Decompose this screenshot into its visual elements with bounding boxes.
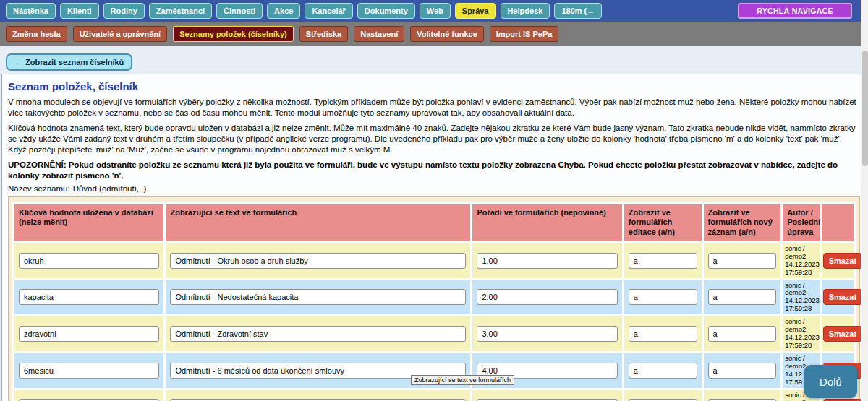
admin-sub-navigation: Změna hesla Uživatelé a oprávnění Seznam… xyxy=(0,22,868,46)
author-cell: sonic / demo2 14.12.2023 17:59:28 xyxy=(783,280,819,315)
delete-button[interactable]: Smazat xyxy=(823,289,863,305)
subnav-seznamy-polozek[interactable]: Seznamy položek (číselníky) xyxy=(173,26,294,42)
scroll-down-button[interactable]: Dolů xyxy=(804,365,857,398)
main-navigation-bar: Nástěnka Klienti Rodiny Zaměstnanci Činn… xyxy=(0,0,868,22)
quick-navigation-button[interactable]: RYCHLÁ NAVIGACE xyxy=(738,3,852,19)
key-input[interactable] xyxy=(19,289,159,305)
header-actions xyxy=(822,204,854,241)
subnav-volitelne-funkce[interactable]: Volitelné funkce xyxy=(410,26,484,42)
column-tooltip: Zobrazující se text ve formulářích xyxy=(411,375,514,385)
header-show-new: Zobrazit ve formulářích nový záznam (a/n… xyxy=(704,204,781,241)
header-order: Pořadí ve formulářích (nepovinné) xyxy=(472,204,621,241)
nav-web[interactable]: Web xyxy=(420,3,451,19)
show-new-input[interactable] xyxy=(708,326,777,342)
delete-button[interactable]: Smazat xyxy=(823,253,863,269)
page-title: Seznam položek, číselník xyxy=(8,80,860,92)
order-input[interactable] xyxy=(477,326,617,342)
show-edit-input[interactable] xyxy=(629,326,697,342)
session-timer-label: 180m xyxy=(561,7,582,15)
main-content: ←Zobrazit seznam číselníků Seznam polože… xyxy=(0,46,868,401)
key-input[interactable] xyxy=(19,326,159,342)
text-input[interactable] xyxy=(170,289,466,305)
order-input[interactable] xyxy=(477,289,617,305)
nav-cinnosti[interactable]: Činnosti xyxy=(216,3,263,19)
show-new-input[interactable] xyxy=(708,289,777,305)
back-button-label: Zobrazit seznam číselníků xyxy=(25,58,124,66)
list-name-value: Důvod (odmítnutí,..) xyxy=(73,184,147,193)
nav-helpdesk[interactable]: Helpdesk xyxy=(501,3,550,19)
key-value-paragraph: Klíčová hodnota znamená text, který bude… xyxy=(8,123,860,155)
header-author: Autor / Poslední úprava xyxy=(783,204,819,241)
content-panel: Seznam položek, číselník V mnoha modulec… xyxy=(1,74,867,401)
header-text: Zobrazující se text ve formulářích xyxy=(166,204,470,241)
items-table-container: Klíčová hodnota uložena v databázi (nelz… xyxy=(8,196,860,401)
logout-icon: (→ xyxy=(584,7,595,15)
table-row: sonic / demo2 14.12.2023 17:59:28 Smazat xyxy=(14,243,854,278)
nav-klienti[interactable]: Klienti xyxy=(60,3,99,19)
show-edit-input[interactable] xyxy=(629,289,697,305)
back-arrow-icon: ← xyxy=(14,58,22,66)
intro-paragraph: V mnoha modulech se objevují ve formulář… xyxy=(8,97,860,118)
subnav-import-is-pepa[interactable]: Import IS PePa xyxy=(490,26,559,42)
table-header-row: Klíčová hodnota uložena v databázi (nelz… xyxy=(14,204,854,241)
subnav-nastaveni[interactable]: Nastavení xyxy=(354,26,404,42)
subnav-strediska[interactable]: Střediska xyxy=(299,26,349,42)
table-row: sonic / demo2 14.12.2023 17:59:28 Smazat xyxy=(14,316,854,351)
key-input[interactable] xyxy=(19,253,159,269)
nav-akce[interactable]: Akce xyxy=(267,3,300,19)
nav-sprava[interactable]: Správa xyxy=(455,3,496,19)
show-edit-input[interactable] xyxy=(629,363,697,379)
subnav-uzivatele-a-opravneni[interactable]: Uživatelé a oprávnění xyxy=(73,26,168,42)
nav-session-logout[interactable]: 180m(→ xyxy=(554,3,602,19)
show-new-input[interactable] xyxy=(708,253,777,269)
warning-paragraph: UPOZORNĚNÍ: Pokud odstraníte položku ze … xyxy=(8,160,860,181)
order-input[interactable] xyxy=(477,253,617,269)
page-scrollbar[interactable] xyxy=(861,0,868,401)
header-key: Klíčová hodnota uložena v databázi (nelz… xyxy=(14,204,163,241)
author-cell: sonic / demo2 14.12.2023 17:59:28 xyxy=(783,243,819,278)
nav-dokumenty[interactable]: Dokumenty xyxy=(357,3,415,19)
items-table: Klíčová hodnota uložena v databázi (nelz… xyxy=(12,202,856,401)
subnav-zmena-hesla[interactable]: Změna hesla xyxy=(6,26,67,42)
delete-button[interactable]: Smazat xyxy=(823,326,863,342)
header-show-edit: Zobrazit ve formulářích editace (a/n) xyxy=(624,204,702,241)
text-input[interactable] xyxy=(170,253,466,269)
nav-kancelar[interactable]: Kancelář xyxy=(305,3,352,19)
author-cell: sonic / demo2 14.12.2023 17:59:28 xyxy=(783,316,819,351)
scrollbar-thumb[interactable] xyxy=(862,51,868,166)
show-codebook-list-button[interactable]: ←Zobrazit seznam číselníků xyxy=(6,53,132,71)
text-input[interactable] xyxy=(170,326,466,342)
nav-zamestnanci[interactable]: Zaměstnanci xyxy=(149,3,212,19)
nav-nastenka[interactable]: Nástěnka xyxy=(6,3,56,19)
key-input[interactable] xyxy=(19,363,159,379)
table-row: sonic / demo2 14.12.2023 17:59:28 Smazat xyxy=(14,280,854,315)
list-name-label: Název seznamu: xyxy=(8,184,70,193)
table-row: sonic / demo2 14.12.2023 17:59:28 Smazat xyxy=(14,390,854,401)
show-new-input[interactable] xyxy=(708,363,777,379)
list-name-line: Název seznamu:Důvod (odmítnutí,..) xyxy=(8,184,860,193)
show-edit-input[interactable] xyxy=(629,253,697,269)
nav-rodiny[interactable]: Rodiny xyxy=(103,3,145,19)
